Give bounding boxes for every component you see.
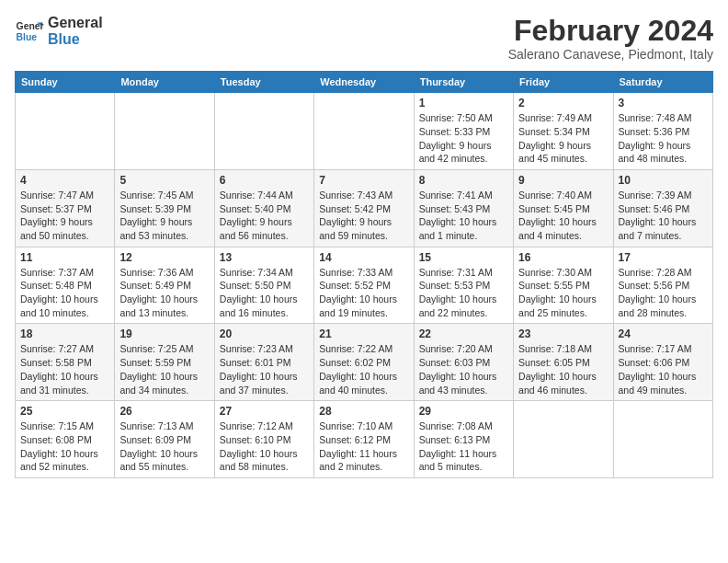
- calendar-cell: 18Sunrise: 7:27 AM Sunset: 5:58 PM Dayli…: [16, 324, 115, 401]
- location-subtitle: Salerano Canavese, Piedmont, Italy: [508, 47, 713, 62]
- day-number: 6: [220, 174, 309, 187]
- day-info: Sunrise: 7:36 AM Sunset: 5:49 PM Dayligh…: [119, 266, 209, 320]
- day-info: Sunrise: 7:33 AM Sunset: 5:52 PM Dayligh…: [319, 266, 408, 320]
- day-number: 26: [119, 405, 209, 418]
- calendar-cell: [314, 93, 414, 170]
- day-info: Sunrise: 7:41 AM Sunset: 5:43 PM Dayligh…: [419, 189, 508, 243]
- day-info: Sunrise: 7:08 AM Sunset: 6:13 PM Dayligh…: [419, 419, 508, 474]
- day-info: Sunrise: 7:20 AM Sunset: 6:03 PM Dayligh…: [419, 342, 508, 396]
- calendar-cell: 19Sunrise: 7:25 AM Sunset: 5:59 PM Dayli…: [115, 324, 214, 401]
- weekday-header-sunday: Sunday: [16, 72, 115, 93]
- calendar-cell: 3Sunrise: 7:48 AM Sunset: 5:36 PM Daylig…: [613, 93, 712, 170]
- calendar-cell: 29Sunrise: 7:08 AM Sunset: 6:13 PM Dayli…: [414, 401, 513, 478]
- day-info: Sunrise: 7:28 AM Sunset: 5:56 PM Dayligh…: [619, 266, 708, 320]
- day-info: Sunrise: 7:40 AM Sunset: 5:45 PM Dayligh…: [518, 189, 608, 243]
- weekday-header-monday: Monday: [115, 72, 214, 93]
- week-row-3: 11Sunrise: 7:37 AM Sunset: 5:48 PM Dayli…: [16, 247, 713, 324]
- day-info: Sunrise: 7:37 AM Sunset: 5:48 PM Dayligh…: [20, 266, 109, 320]
- calendar-cell: 11Sunrise: 7:37 AM Sunset: 5:48 PM Dayli…: [16, 247, 115, 324]
- day-number: 29: [419, 405, 508, 418]
- day-info: Sunrise: 7:18 AM Sunset: 6:05 PM Dayligh…: [518, 342, 608, 396]
- calendar-cell: [16, 93, 115, 170]
- day-number: 10: [619, 174, 708, 187]
- calendar-cell: 26Sunrise: 7:13 AM Sunset: 6:09 PM Dayli…: [115, 401, 214, 478]
- day-info: Sunrise: 7:47 AM Sunset: 5:37 PM Dayligh…: [20, 189, 109, 243]
- day-number: 21: [319, 327, 408, 340]
- weekday-header-wednesday: Wednesday: [314, 72, 414, 93]
- day-number: 28: [319, 405, 408, 418]
- week-row-4: 18Sunrise: 7:27 AM Sunset: 5:58 PM Dayli…: [16, 324, 713, 401]
- calendar-cell: 12Sunrise: 7:36 AM Sunset: 5:49 PM Dayli…: [115, 247, 214, 324]
- day-info: Sunrise: 7:31 AM Sunset: 5:53 PM Dayligh…: [419, 266, 508, 320]
- day-number: 23: [518, 327, 608, 340]
- calendar-cell: 10Sunrise: 7:39 AM Sunset: 5:46 PM Dayli…: [613, 169, 712, 247]
- day-info: Sunrise: 7:44 AM Sunset: 5:40 PM Dayligh…: [220, 189, 309, 243]
- day-number: 7: [319, 174, 408, 187]
- svg-text:Blue: Blue: [17, 31, 38, 41]
- calendar-cell: [214, 93, 313, 170]
- day-number: 18: [20, 327, 109, 340]
- day-info: Sunrise: 7:15 AM Sunset: 6:08 PM Dayligh…: [20, 419, 109, 474]
- calendar-cell: 4Sunrise: 7:47 AM Sunset: 5:37 PM Daylig…: [16, 169, 115, 247]
- calendar-cell: [115, 93, 214, 170]
- calendar-cell: 21Sunrise: 7:22 AM Sunset: 6:02 PM Dayli…: [314, 324, 414, 401]
- weekday-header-friday: Friday: [514, 72, 613, 93]
- day-info: Sunrise: 7:10 AM Sunset: 6:12 PM Dayligh…: [319, 419, 408, 474]
- day-info: Sunrise: 7:43 AM Sunset: 5:42 PM Dayligh…: [319, 189, 408, 243]
- day-number: 13: [220, 251, 309, 264]
- day-number: 16: [518, 251, 608, 264]
- week-row-5: 25Sunrise: 7:15 AM Sunset: 6:08 PM Dayli…: [16, 401, 713, 478]
- day-number: 8: [419, 174, 508, 187]
- calendar-cell: 27Sunrise: 7:12 AM Sunset: 6:10 PM Dayli…: [214, 401, 313, 478]
- day-number: 12: [119, 251, 209, 264]
- calendar-cell: 1Sunrise: 7:50 AM Sunset: 5:33 PM Daylig…: [414, 93, 513, 170]
- day-number: 15: [419, 251, 508, 264]
- calendar-cell: 24Sunrise: 7:17 AM Sunset: 6:06 PM Dayli…: [613, 324, 712, 401]
- page-header: General Blue General Blue February 2024 …: [15, 15, 713, 62]
- day-number: 20: [220, 327, 309, 340]
- calendar-cell: 15Sunrise: 7:31 AM Sunset: 5:53 PM Dayli…: [414, 247, 513, 324]
- day-info: Sunrise: 7:30 AM Sunset: 5:55 PM Dayligh…: [518, 266, 608, 320]
- week-row-2: 4Sunrise: 7:47 AM Sunset: 5:37 PM Daylig…: [16, 169, 713, 247]
- calendar-cell: 23Sunrise: 7:18 AM Sunset: 6:05 PM Dayli…: [514, 324, 613, 401]
- day-info: Sunrise: 7:23 AM Sunset: 6:01 PM Dayligh…: [220, 342, 309, 396]
- day-number: 2: [518, 97, 608, 109]
- logo: General Blue General Blue: [15, 15, 103, 47]
- weekday-header-saturday: Saturday: [613, 72, 712, 93]
- calendar-cell: 22Sunrise: 7:20 AM Sunset: 6:03 PM Dayli…: [414, 324, 513, 401]
- title-block: February 2024 Salerano Canavese, Piedmon…: [508, 15, 713, 62]
- day-number: 24: [619, 327, 708, 340]
- day-info: Sunrise: 7:39 AM Sunset: 5:46 PM Dayligh…: [619, 189, 708, 243]
- day-number: 4: [20, 174, 109, 187]
- day-number: 11: [20, 251, 109, 264]
- day-number: 5: [119, 174, 209, 187]
- day-info: Sunrise: 7:48 AM Sunset: 5:36 PM Dayligh…: [619, 111, 708, 166]
- day-info: Sunrise: 7:34 AM Sunset: 5:50 PM Dayligh…: [220, 266, 309, 320]
- weekday-header-thursday: Thursday: [414, 72, 513, 93]
- day-info: Sunrise: 7:49 AM Sunset: 5:34 PM Dayligh…: [518, 111, 608, 166]
- logo-icon: General Blue: [15, 17, 44, 46]
- logo-text-blue: Blue: [48, 31, 103, 48]
- day-number: 1: [419, 97, 508, 109]
- day-info: Sunrise: 7:12 AM Sunset: 6:10 PM Dayligh…: [220, 419, 309, 474]
- day-info: Sunrise: 7:27 AM Sunset: 5:58 PM Dayligh…: [20, 342, 109, 396]
- calendar-cell: 9Sunrise: 7:40 AM Sunset: 5:45 PM Daylig…: [514, 169, 613, 247]
- calendar-cell: 6Sunrise: 7:44 AM Sunset: 5:40 PM Daylig…: [214, 169, 313, 247]
- day-info: Sunrise: 7:25 AM Sunset: 5:59 PM Dayligh…: [119, 342, 209, 396]
- month-title: February 2024: [508, 15, 713, 47]
- calendar-cell: 13Sunrise: 7:34 AM Sunset: 5:50 PM Dayli…: [214, 247, 313, 324]
- calendar-cell: 8Sunrise: 7:41 AM Sunset: 5:43 PM Daylig…: [414, 169, 513, 247]
- day-number: 9: [518, 174, 608, 187]
- day-number: 17: [619, 251, 708, 264]
- weekday-header-row: SundayMondayTuesdayWednesdayThursdayFrid…: [16, 72, 713, 93]
- logo-text-general: General: [48, 15, 103, 31]
- calendar-cell: 2Sunrise: 7:49 AM Sunset: 5:34 PM Daylig…: [514, 93, 613, 170]
- day-number: 27: [220, 405, 309, 418]
- calendar-cell: [514, 401, 613, 478]
- calendar-cell: 17Sunrise: 7:28 AM Sunset: 5:56 PM Dayli…: [613, 247, 712, 324]
- calendar-cell: 7Sunrise: 7:43 AM Sunset: 5:42 PM Daylig…: [314, 169, 414, 247]
- calendar-cell: 28Sunrise: 7:10 AM Sunset: 6:12 PM Dayli…: [314, 401, 414, 478]
- day-info: Sunrise: 7:50 AM Sunset: 5:33 PM Dayligh…: [419, 111, 508, 166]
- weekday-header-tuesday: Tuesday: [214, 72, 313, 93]
- calendar-cell: 25Sunrise: 7:15 AM Sunset: 6:08 PM Dayli…: [16, 401, 115, 478]
